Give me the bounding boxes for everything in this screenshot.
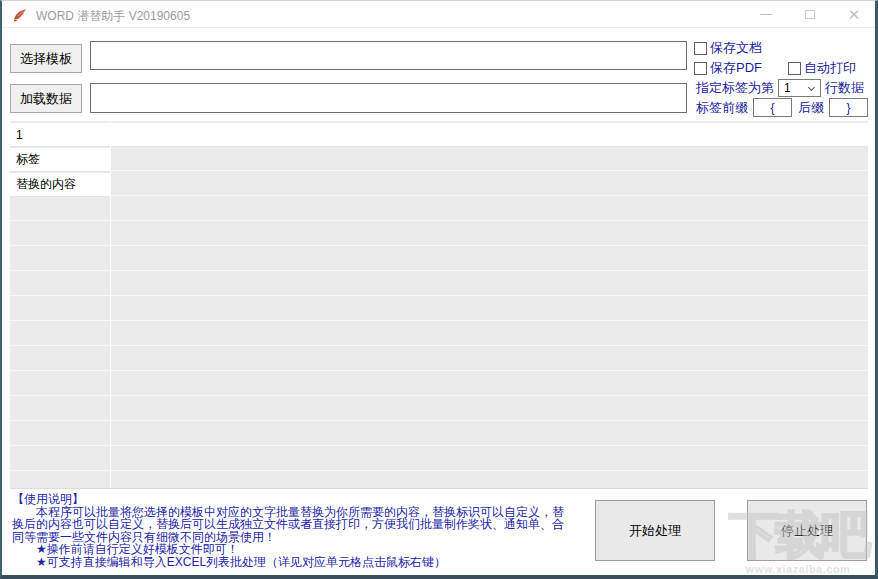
row-spec-prefix-label: 指定标签为第 — [696, 79, 774, 97]
grid-row-header[interactable]: 1 — [10, 123, 868, 147]
maximize-icon — [805, 10, 815, 19]
suffix-label: 后缀 — [798, 99, 824, 117]
checkbox-icon — [788, 62, 801, 75]
row-spec-group: 指定标签为第 1 行数据 — [696, 79, 864, 97]
chevron-down-icon — [808, 84, 815, 91]
app-icon — [12, 7, 28, 23]
row-number-select[interactable]: 1 — [778, 79, 821, 97]
auto-print-checkbox[interactable]: 自动打印 — [788, 59, 856, 77]
maximize-button[interactable] — [789, 1, 831, 28]
close-icon: ✕ — [848, 7, 861, 22]
watermark-url: www.xiazaiba.com — [723, 563, 873, 575]
minimize-button[interactable] — [745, 1, 787, 28]
save-pdf-label: 保存PDF — [710, 59, 762, 77]
grid-row-tag[interactable]: 标签 — [10, 148, 110, 172]
select-template-button[interactable]: 选择模板 — [10, 44, 82, 73]
instruction-line: ★操作前请自行定义好模板文件即可！ — [12, 543, 592, 556]
save-doc-checkbox[interactable]: 保存文档 — [694, 39, 762, 57]
grid-cell-label: 替换的内容 — [16, 176, 76, 193]
app-window: WORD 潜替助手 V20190605 ✕ 选择模板 加载数据 保存文档 保存P… — [0, 0, 878, 579]
grid-column-divider — [110, 121, 111, 488]
prefix-input[interactable] — [753, 98, 792, 117]
row-spec-suffix-label: 行数据 — [825, 79, 864, 97]
instruction-line: ★可支持直接编辑和导入EXCEL列表批处理（详见对应单元格点击鼠标右键） — [12, 556, 592, 569]
data-path-input[interactable] — [90, 83, 687, 113]
grid-cell-label: 标签 — [16, 151, 40, 168]
auto-print-label: 自动打印 — [804, 59, 856, 77]
tag-fix-group: 标签前缀 后缀 — [696, 98, 868, 117]
row-number-value: 1 — [784, 81, 791, 95]
instruction-line: 换后的内容也可以自定义，替换后可以生成独立文件或者直接打印，方便我们批量制作奖状… — [12, 518, 592, 531]
load-data-button[interactable]: 加载数据 — [10, 84, 82, 113]
suffix-input[interactable] — [829, 98, 868, 117]
window-title: WORD 潜替助手 V20190605 — [36, 8, 190, 25]
grid-row-content[interactable]: 替换的内容 — [10, 173, 110, 197]
save-doc-label: 保存文档 — [710, 39, 762, 57]
stop-processing-button[interactable]: 停止处理 — [747, 500, 867, 561]
save-pdf-checkbox[interactable]: 保存PDF — [694, 59, 762, 77]
minimize-icon — [760, 14, 772, 15]
start-processing-button[interactable]: 开始处理 — [595, 500, 715, 561]
prefix-label: 标签前缀 — [696, 99, 748, 117]
close-button[interactable]: ✕ — [833, 1, 875, 28]
usage-instructions: 【使用说明】 本程序可以批量将您选择的模板中对应的文字批量替换为你所需要的内容，… — [12, 493, 592, 568]
checkbox-icon — [694, 62, 707, 75]
replace-grid[interactable]: 1 标签 替换的内容 — [10, 121, 868, 489]
instruction-line: 【使用说明】 — [12, 493, 592, 506]
title-bar: WORD 潜替助手 V20190605 ✕ — [2, 1, 875, 28]
template-path-input[interactable] — [90, 41, 687, 70]
grid-cell-label: 1 — [16, 128, 23, 142]
checkbox-icon — [694, 42, 707, 55]
